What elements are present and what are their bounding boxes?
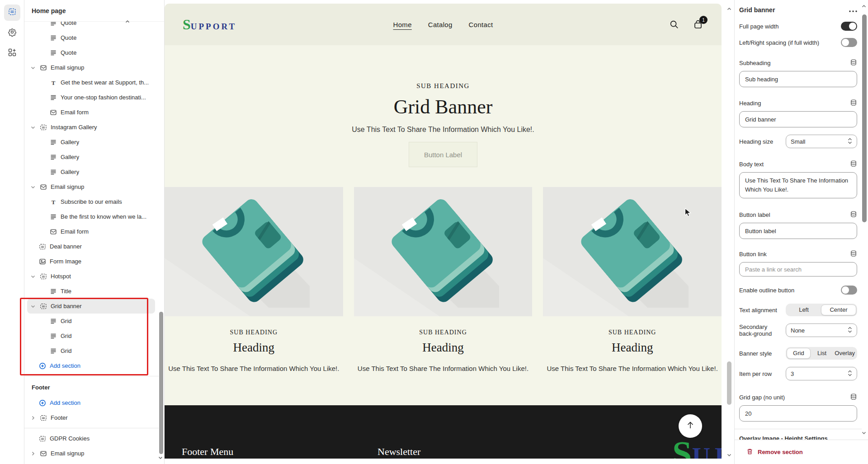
email-icon [40, 450, 47, 457]
stepper-icon [848, 137, 852, 146]
chevron-right-icon[interactable] [30, 415, 36, 421]
tree-item-gallery[interactable]: Gallery [27, 164, 155, 179]
preview-scrollbar-thumb[interactable] [727, 361, 731, 405]
tree-item-grid[interactable]: Grid [27, 328, 155, 343]
dynamic-source-icon[interactable] [850, 160, 857, 169]
scrollbar-up-icon[interactable] [726, 5, 732, 14]
storefront-preview: SUPPORT HomeCatalogContact 1 SUB HEADING… [165, 4, 722, 459]
dynamic-source-icon[interactable] [850, 59, 857, 67]
remove-section-button[interactable]: Remove section [735, 440, 868, 464]
heading-input[interactable] [739, 111, 857, 127]
tree-item-instagram-gallery[interactable]: Instagram Gallery [27, 120, 155, 135]
sections-tab-button[interactable] [4, 5, 20, 21]
tree-item-grid-banner[interactable]: Grid banner [27, 299, 155, 314]
dynamic-source-icon[interactable] [850, 99, 857, 108]
body-text-textarea[interactable]: Use This Text To Share The Information W… [739, 172, 857, 198]
tree-item-footer[interactable]: Footer [27, 410, 155, 425]
chevron-down-icon[interactable] [30, 184, 36, 190]
tree-item-add-section[interactable]: Add section [27, 358, 155, 373]
dynamic-source-icon[interactable] [850, 211, 857, 219]
tree-item-email-signup[interactable]: Email signup [27, 60, 155, 75]
chevron-right-icon[interactable] [30, 451, 36, 456]
tree-item-deal-banner[interactable]: Deal banner [27, 239, 155, 254]
tree-item-form-image[interactable]: Form Image [27, 254, 155, 269]
scroll-to-top-button[interactable] [679, 414, 702, 438]
dynamic-source-icon[interactable] [850, 250, 857, 258]
card-subheading: SUB HEADING [165, 329, 343, 336]
sidebar-scroll-down-icon[interactable] [158, 454, 163, 462]
grid-gap-input[interactable] [739, 405, 857, 422]
tree-item-email-signup[interactable]: Email signup [27, 446, 155, 461]
tree-item-add-section[interactable]: Add section [27, 395, 155, 410]
panel-scrollbar-thumb[interactable] [862, 14, 867, 222]
heading-size-select[interactable]: Small [786, 135, 857, 148]
card-heading: Heading [354, 341, 533, 355]
enable-outline-toggle[interactable] [841, 286, 857, 295]
stepper-icon [848, 370, 852, 378]
button-link-input[interactable] [739, 262, 857, 277]
tree-item-quote[interactable]: Quote [27, 45, 155, 60]
left-icon-rail [0, 0, 24, 464]
secondary-background-select[interactable]: None [786, 323, 857, 337]
storefront-nav: HomeCatalogContact [393, 21, 493, 28]
preview-scrollbar[interactable] [726, 0, 732, 464]
apps-button[interactable] [4, 45, 20, 61]
item-per-row-select[interactable]: 3 [786, 367, 857, 380]
tree-item-hotspot[interactable]: Hotspot [27, 269, 155, 284]
tree-item-subscribe-to-our-emails[interactable]: TSubscribe to our emails [27, 194, 155, 209]
grid-item-card-2[interactable]: SUB HEADING Heading Use This Text To Sha… [354, 187, 533, 372]
scrollbar-down-icon[interactable] [861, 430, 867, 437]
sidebar-scrollbar-thumb[interactable] [159, 312, 163, 454]
tree-item-email-signup[interactable]: Email signup [27, 179, 155, 194]
store-logo[interactable]: SUPPORT [183, 16, 236, 33]
chevron-down-icon[interactable] [30, 125, 36, 130]
search-icon[interactable] [669, 19, 679, 29]
segment-option-grid[interactable]: Grid [787, 348, 811, 359]
segment-option-list[interactable]: List [811, 348, 834, 359]
nav-link-catalog[interactable]: Catalog [428, 21, 453, 28]
text-align-icon [50, 318, 57, 325]
scrollbar-up-icon[interactable] [861, 4, 867, 10]
tree-item-be-the-first-to-know-when-we-la[interactable]: Be the first to know when we la... [27, 209, 155, 224]
nav-link-home[interactable]: Home [393, 21, 412, 28]
panel-scrollbar[interactable] [860, 0, 868, 440]
collapse-chevron-icon[interactable] [125, 18, 130, 26]
theme-settings-button[interactable] [4, 25, 20, 41]
dynamic-source-icon[interactable] [850, 393, 857, 402]
tree-item-email-form[interactable]: Email form [27, 224, 155, 239]
tree-item-grid[interactable]: Grid [27, 314, 155, 328]
tree-item-your-one-stop-fashion-destinati[interactable]: Your one-stop fashion destinati... [27, 90, 155, 105]
grid-item-card-3[interactable]: SUB HEADING Heading Use This Text To Sha… [543, 187, 722, 372]
segment-option-overlay[interactable]: Overlay [833, 348, 856, 359]
tree-item-gallery[interactable]: Gallery [27, 135, 155, 150]
button-label-input[interactable] [739, 223, 857, 239]
banner-button[interactable]: Button Label [409, 142, 477, 167]
chevron-down-icon[interactable] [30, 274, 36, 279]
grid-item-card-1[interactable]: SUB HEADING Heading Use This Text To Sha… [165, 187, 343, 372]
full-page-width-toggle[interactable] [841, 22, 857, 31]
gear-icon [8, 28, 17, 38]
subheading-input[interactable] [739, 71, 857, 87]
tree-item-get-the-best-wear-at-support-th[interactable]: TGet the best wear at Support, th... [27, 75, 155, 90]
segment-option-left[interactable]: Left [787, 305, 821, 315]
lr-spacing-toggle[interactable] [841, 38, 857, 47]
chevron-down-icon[interactable] [30, 304, 36, 309]
full-page-width-label: Full page width [739, 23, 778, 30]
tree-item-grid[interactable]: Grid [27, 343, 155, 358]
scrollbar-down-icon[interactable] [726, 451, 732, 459]
tree-item-title[interactable]: Title [27, 284, 155, 299]
more-actions-icon[interactable] [849, 7, 857, 14]
tree-item-quote[interactable]: Quote [27, 22, 155, 30]
enable-outline-label: Enable outline button [739, 287, 794, 294]
cart-count-badge: 1 [699, 16, 708, 24]
tree-item-quote[interactable]: Quote [27, 30, 155, 45]
nav-link-contact[interactable]: Contact [469, 21, 493, 28]
cart-icon[interactable]: 1 [693, 19, 703, 30]
tree-item-email-form[interactable]: Email form [27, 105, 155, 120]
segment-option-center[interactable]: Center [821, 305, 856, 315]
tree-item-gallery[interactable]: Gallery [27, 150, 155, 164]
chevron-down-icon[interactable] [30, 65, 36, 70]
tree-item-gdpr-cookies[interactable]: GDPR Cookies [27, 431, 155, 446]
card-body-text: Use This Text To Share The Information W… [354, 365, 533, 372]
stepper-icon [848, 326, 852, 335]
